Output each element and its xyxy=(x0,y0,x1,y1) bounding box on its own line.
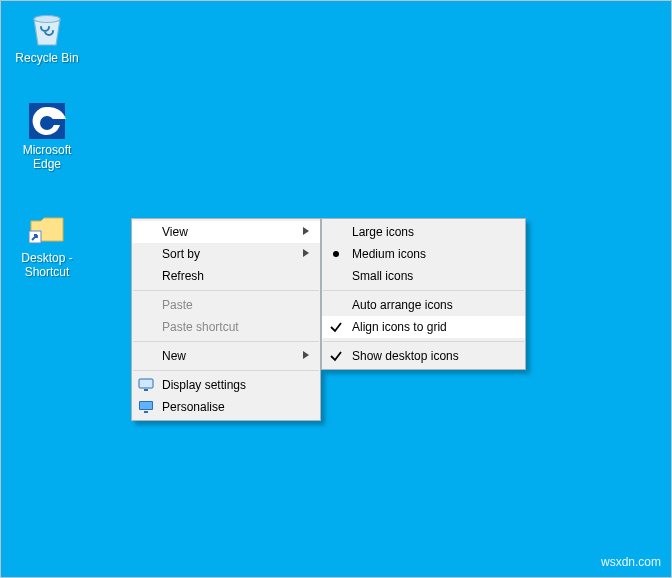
menu-label: Show desktop icons xyxy=(352,349,459,363)
context-submenu-view: Large icons Medium icons Small icons Aut… xyxy=(321,218,526,370)
submenu-arrow-icon xyxy=(302,225,310,239)
svg-point-2 xyxy=(40,116,54,130)
menu-sort-by[interactable]: Sort by xyxy=(132,243,320,265)
menu-separator xyxy=(133,370,319,371)
menu-label: Refresh xyxy=(162,269,204,283)
menu-label: Small icons xyxy=(352,269,413,283)
menu-label: Display settings xyxy=(162,378,246,392)
menu-align-to-grid[interactable]: Align icons to grid xyxy=(322,316,525,338)
svg-rect-8 xyxy=(144,411,148,413)
menu-label: Auto arrange icons xyxy=(352,298,453,312)
svg-rect-4 xyxy=(139,379,153,388)
menu-large-icons[interactable]: Large icons xyxy=(322,221,525,243)
checkmark-icon xyxy=(328,348,344,364)
menu-label: View xyxy=(162,225,188,239)
recycle-bin-icon xyxy=(27,9,67,49)
watermark: wsxdn.com xyxy=(601,555,661,569)
menu-auto-arrange[interactable]: Auto arrange icons xyxy=(322,294,525,316)
menu-label: Paste xyxy=(162,298,193,312)
checkmark-icon xyxy=(328,319,344,335)
menu-label: Medium icons xyxy=(352,247,426,261)
menu-separator xyxy=(133,290,319,291)
radio-selected-icon xyxy=(328,246,344,262)
menu-separator xyxy=(323,290,524,291)
menu-display-settings[interactable]: Display settings xyxy=(132,374,320,396)
menu-separator xyxy=(133,341,319,342)
menu-view[interactable]: View xyxy=(132,221,320,243)
menu-label: New xyxy=(162,349,186,363)
menu-label: Large icons xyxy=(352,225,414,239)
menu-personalise[interactable]: Personalise xyxy=(132,396,320,418)
menu-label: Sort by xyxy=(162,247,200,261)
menu-label: Personalise xyxy=(162,400,225,414)
edge-icon xyxy=(27,101,67,141)
menu-new[interactable]: New xyxy=(132,345,320,367)
menu-label: Paste shortcut xyxy=(162,320,239,334)
desktop-icon-edge[interactable]: Microsoft Edge xyxy=(9,101,85,172)
context-menu-main: View Sort by Refresh Paste Paste shortcu… xyxy=(131,218,321,421)
menu-refresh[interactable]: Refresh xyxy=(132,265,320,287)
menu-separator xyxy=(323,341,524,342)
menu-small-icons[interactable]: Small icons xyxy=(322,265,525,287)
svg-rect-5 xyxy=(144,389,148,391)
submenu-arrow-icon xyxy=(302,247,310,261)
svg-rect-7 xyxy=(140,402,152,409)
menu-show-desktop-icons[interactable]: Show desktop icons xyxy=(322,345,525,367)
folder-shortcut-icon xyxy=(27,209,67,249)
personalise-icon xyxy=(138,399,154,415)
desktop-icon-shortcut[interactable]: Desktop - Shortcut xyxy=(9,209,85,280)
menu-paste-shortcut: Paste shortcut xyxy=(132,316,320,338)
desktop-icon-label: Recycle Bin xyxy=(9,51,85,65)
desktop-icon-label: Desktop - Shortcut xyxy=(9,251,85,280)
desktop-icon-recycle-bin[interactable]: Recycle Bin xyxy=(9,9,85,65)
submenu-arrow-icon xyxy=(302,349,310,363)
display-settings-icon xyxy=(138,377,154,393)
desktop-icon-label: Microsoft Edge xyxy=(9,143,85,172)
menu-medium-icons[interactable]: Medium icons xyxy=(322,243,525,265)
svg-point-0 xyxy=(34,16,60,23)
menu-paste: Paste xyxy=(132,294,320,316)
menu-label: Align icons to grid xyxy=(352,320,447,334)
